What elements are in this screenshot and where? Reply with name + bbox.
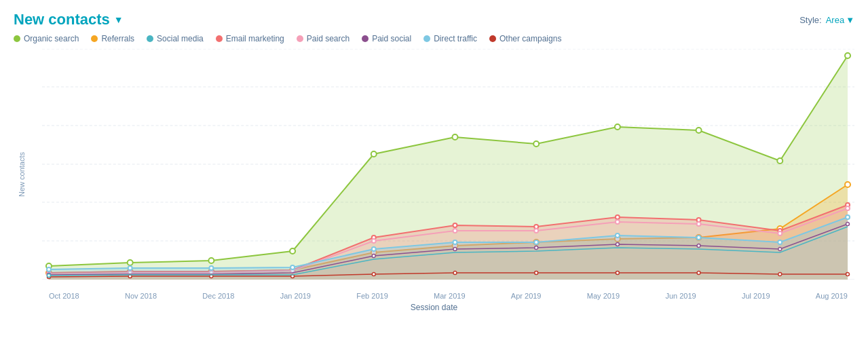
svg-point-52	[778, 231, 782, 235]
legend-item: Paid search	[297, 34, 350, 43]
svg-point-9	[128, 260, 133, 265]
svg-point-85	[47, 274, 50, 278]
svg-point-48	[453, 229, 457, 233]
legend-label: Referrals	[101, 34, 134, 43]
legend-label: Organic search	[24, 34, 79, 43]
svg-point-50	[616, 220, 620, 224]
x-axis-tick-label: Oct 2018	[49, 292, 79, 300]
x-axis-title: Session date	[411, 303, 457, 312]
x-axis-tick-label: Jan 2019	[280, 292, 311, 300]
svg-point-51	[697, 222, 701, 226]
x-axis-tick-label: Jun 2019	[665, 292, 696, 300]
svg-point-12	[371, 151, 377, 157]
legend-label: Paid search	[307, 34, 350, 43]
style-selector: Style: Area ▼	[799, 15, 854, 25]
svg-point-59	[372, 247, 376, 251]
chart-svg	[42, 49, 854, 280]
title-dropdown-icon[interactable]: ▼	[114, 14, 124, 25]
main-container: New contacts ▼ Style: Area ▼ Organic sea…	[0, 0, 868, 340]
svg-point-39	[616, 215, 620, 219]
x-axis-tick-label: Dec 2018	[202, 292, 234, 300]
x-axis-labels: Oct 2018Nov 2018Dec 2018Jan 2019Feb 2019…	[42, 292, 854, 300]
svg-point-65	[846, 215, 850, 219]
svg-point-57	[209, 266, 213, 270]
legend-item: Social media	[147, 34, 204, 43]
legend-dot	[423, 35, 430, 42]
legend-item: Email marketing	[216, 34, 284, 43]
legend-label: Social media	[157, 34, 204, 43]
svg-point-71	[697, 244, 700, 248]
svg-point-63	[697, 235, 701, 240]
svg-point-53	[846, 206, 850, 210]
svg-point-68	[453, 248, 457, 251]
header-row: New contacts ▼ Style: Area ▼	[14, 11, 854, 29]
title-text: New contacts	[14, 11, 110, 29]
style-dropdown-icon: ▼	[846, 15, 854, 25]
svg-point-69	[535, 246, 538, 250]
legend-dot	[297, 35, 303, 42]
legend-dot	[489, 35, 496, 42]
svg-point-11	[290, 248, 295, 254]
x-axis-tick-label: Jul 2019	[742, 292, 770, 300]
style-label: Style:	[799, 15, 822, 25]
legend-item: Organic search	[14, 34, 79, 43]
svg-point-18	[845, 53, 850, 58]
svg-point-61	[534, 240, 538, 244]
legend-label: Direct traffic	[434, 34, 477, 43]
legend-label: Other campaigns	[499, 34, 561, 43]
svg-point-14	[533, 141, 539, 147]
svg-point-30	[845, 182, 850, 187]
svg-point-67	[372, 254, 375, 258]
svg-point-58	[290, 265, 295, 269]
svg-point-15	[615, 124, 620, 130]
svg-point-56	[128, 266, 132, 270]
chart-svg-container	[42, 49, 854, 280]
svg-point-82	[697, 271, 700, 275]
svg-point-78	[372, 273, 375, 276]
svg-point-84	[846, 273, 850, 276]
svg-point-49	[534, 229, 538, 233]
legend-dot	[216, 35, 223, 42]
svg-point-60	[453, 240, 457, 244]
svg-point-62	[616, 233, 620, 238]
legend-dot	[362, 35, 369, 42]
legend-label: Email marketing	[226, 34, 284, 43]
svg-point-16	[696, 128, 702, 133]
legend-dot	[14, 35, 20, 42]
x-axis-tick-label: Apr 2019	[511, 292, 542, 300]
svg-point-17	[777, 158, 782, 164]
legend-item: Direct traffic	[423, 34, 477, 43]
x-axis-tick-label: Feb 2019	[356, 292, 388, 300]
svg-point-70	[616, 243, 619, 246]
legend-item: Paid social	[362, 34, 411, 43]
x-axis-tick-label: Aug 2019	[816, 292, 848, 300]
svg-point-72	[778, 248, 782, 251]
legend-label: Paid social	[372, 34, 411, 43]
svg-point-83	[778, 273, 782, 276]
svg-point-64	[778, 240, 782, 244]
svg-point-13	[452, 134, 457, 140]
svg-point-73	[846, 223, 850, 226]
style-dropdown[interactable]: Area ▼	[826, 15, 854, 25]
x-axis-tick-label: Mar 2019	[434, 292, 465, 300]
legend-item: Referrals	[91, 34, 134, 43]
legend-dot	[147, 35, 153, 42]
chart-area: New contacts	[14, 49, 854, 300]
x-axis-tick-label: May 2019	[587, 292, 620, 300]
svg-point-80	[535, 271, 538, 275]
legend-row: Organic searchReferralsSocial mediaEmail…	[14, 34, 854, 43]
legend-item: Other campaigns	[489, 34, 561, 43]
svg-point-81	[616, 271, 619, 275]
svg-point-10	[208, 258, 214, 263]
chart-title: New contacts ▼	[14, 11, 124, 29]
x-axis-tick-label: Nov 2018	[125, 292, 157, 300]
svg-point-79	[453, 271, 457, 275]
svg-point-37	[453, 223, 457, 227]
legend-dot	[91, 35, 98, 42]
y-axis-label: New contacts	[18, 147, 26, 202]
svg-point-47	[372, 239, 376, 243]
svg-point-55	[47, 267, 51, 271]
